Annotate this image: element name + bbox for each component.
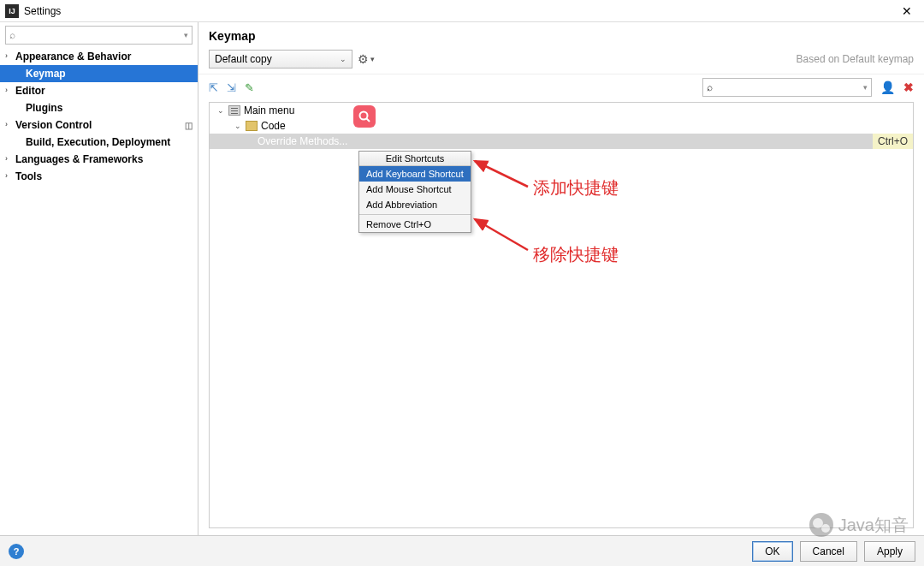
- collapse-icon[interactable]: ⌄: [216, 106, 225, 115]
- context-menu: Edit Shortcuts Add Keyboard Shortcut Add…: [358, 151, 471, 233]
- arrow-annotation: [471, 216, 531, 253]
- nav-languages[interactable]: ›Languages & Frameworks: [0, 151, 198, 168]
- scheme-value: Default copy: [215, 53, 272, 65]
- ok-button[interactable]: OK: [752, 541, 792, 562]
- svg-line-3: [475, 219, 528, 250]
- tree-selected-action[interactable]: Override Methods... Ctrl+O: [210, 134, 913, 149]
- edit-icon[interactable]: ✎: [245, 81, 254, 94]
- svg-line-2: [475, 161, 528, 187]
- annotation-add: 添加快捷键: [533, 176, 619, 200]
- ctx-remove[interactable]: Remove Ctrl+O: [359, 217, 471, 232]
- tree-child[interactable]: ⌄ Code: [210, 118, 913, 134]
- gear-icon[interactable]: ⚙: [358, 52, 369, 66]
- sidebar-search-input[interactable]: [17, 28, 184, 42]
- nav-editor[interactable]: ›Editor: [0, 82, 198, 99]
- nav-plugins[interactable]: Plugins: [0, 99, 198, 116]
- page-title: Keymap: [198, 22, 924, 50]
- keymap-scheme-select[interactable]: Default copy ⌄: [209, 50, 352, 69]
- nav-tools[interactable]: ›Tools: [0, 168, 198, 185]
- action-shortcut: Ctrl+O: [873, 134, 913, 149]
- tree-root-label: Main menu: [244, 104, 294, 116]
- expand-all-icon[interactable]: ⇱: [209, 81, 218, 94]
- svg-line-1: [367, 119, 370, 122]
- cancel-button[interactable]: Cancel: [800, 541, 857, 562]
- action-search-input[interactable]: [713, 80, 863, 94]
- dropdown-icon: ▾: [184, 31, 188, 39]
- dialog-footer: ? OK Cancel Apply: [0, 535, 924, 566]
- find-by-shortcut-icon[interactable]: 👤: [880, 80, 895, 94]
- annotation-remove: 移除快捷键: [533, 243, 619, 266]
- chevron-down-icon: ⌄: [340, 55, 346, 63]
- gear-dropdown-icon: ▾: [370, 55, 375, 63]
- folder-icon: [246, 121, 258, 131]
- main-panel: Keymap Default copy ⌄ ⚙ ▾ Based on Defau…: [198, 22, 924, 535]
- sidebar-search[interactable]: ⌕ ▾: [5, 26, 192, 45]
- nav-version-control[interactable]: ›Version Control◫: [0, 116, 198, 134]
- search-icon: ⌕: [707, 81, 713, 93]
- collapse-icon[interactable]: ⌄: [234, 122, 242, 130]
- settings-nav: ›Appearance & Behavior Keymap ›Editor Pl…: [0, 48, 198, 185]
- based-on-label: Based on Default keymap: [797, 53, 914, 65]
- menu-icon: [228, 105, 240, 116]
- collapse-all-icon[interactable]: ⇲: [227, 81, 236, 94]
- search-icon: ⌕: [9, 29, 15, 41]
- nav-appearance[interactable]: ›Appearance & Behavior: [0, 48, 198, 65]
- svg-point-0: [360, 112, 368, 120]
- settings-sidebar: ⌕ ▾ ›Appearance & Behavior Keymap ›Edito…: [0, 22, 198, 535]
- title-bar: IJ Settings ✕: [0, 0, 924, 22]
- dropdown-icon: ▾: [863, 83, 868, 92]
- ctx-add-keyboard[interactable]: Add Keyboard Shortcut: [359, 166, 471, 182]
- keymap-tree[interactable]: ⌄ Main menu ⌄ Code Override Methods... C…: [209, 102, 914, 528]
- nav-build[interactable]: Build, Execution, Deployment: [0, 134, 198, 151]
- tree-root[interactable]: ⌄ Main menu: [210, 103, 913, 118]
- ctx-add-mouse[interactable]: Add Mouse Shortcut: [359, 182, 471, 197]
- arrow-annotation: [471, 158, 531, 192]
- help-icon[interactable]: ?: [9, 544, 24, 559]
- app-icon: IJ: [5, 4, 19, 18]
- highlight-search-icon: [353, 105, 376, 128]
- window-title: Settings: [24, 5, 61, 17]
- clear-icon[interactable]: ✖: [903, 80, 914, 94]
- ctx-title: Edit Shortcuts: [359, 152, 471, 166]
- action-label: Override Methods...: [258, 135, 347, 147]
- nav-keymap[interactable]: Keymap: [0, 65, 198, 82]
- vc-badge-icon: ◫: [185, 121, 192, 130]
- action-search[interactable]: ⌕ ▾: [702, 78, 872, 97]
- ctx-separator: [359, 214, 471, 215]
- ctx-add-abbrev[interactable]: Add Abbreviation: [359, 197, 471, 212]
- apply-button[interactable]: Apply: [864, 541, 915, 562]
- tree-child-label: Code: [261, 120, 286, 132]
- close-icon[interactable]: ✕: [895, 4, 919, 18]
